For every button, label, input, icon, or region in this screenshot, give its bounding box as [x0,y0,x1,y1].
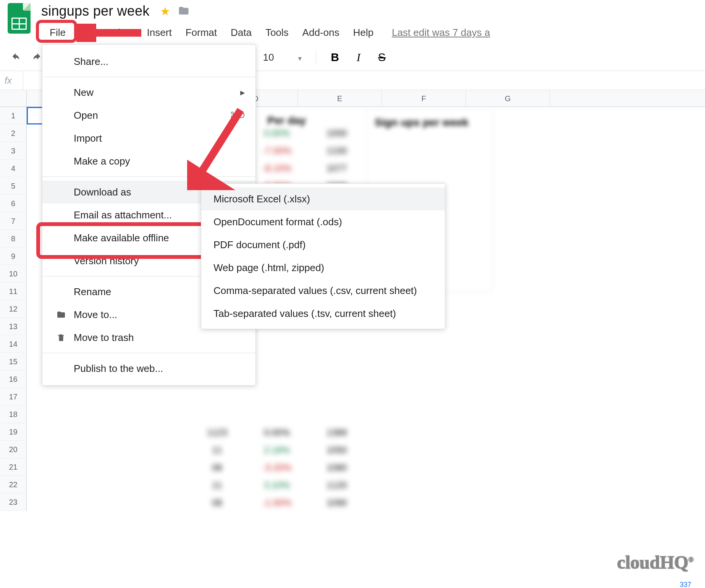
row-23[interactable]: 23 [0,493,27,511]
row-20[interactable]: 20 [0,441,27,458]
menu-data[interactable]: Data [224,23,259,44]
menu-open[interactable]: Open⌘O [42,104,255,127]
folder-icon[interactable] [178,5,189,18]
menu-move-to-trash[interactable]: Move to trash [42,326,255,349]
font-size-select[interactable]: 10▼ [258,52,307,63]
menu-file[interactable]: File [41,23,74,44]
row-14[interactable]: 14 [0,335,27,353]
col-F[interactable]: F [382,90,466,107]
strikethrough-button[interactable]: S [372,51,392,64]
row-9[interactable]: 9 [0,247,27,265]
menu-tools[interactable]: Tools [259,23,296,44]
submenu-ods[interactable]: OpenDocument format (.ods) [201,210,445,233]
row-headers: 1 2 3 4 5 6 7 8 9 10 11 12 13 14 15 16 1… [0,107,27,511]
menu-make-copy[interactable]: Make a copy [42,150,255,173]
watermark: cloudHQ® [617,552,694,573]
folder-icon [55,310,67,319]
menu-share[interactable]: Share... [42,50,255,73]
sheets-logo [8,3,31,34]
submenu-tsv[interactable]: Tab-separated values (.tsv, current shee… [201,302,445,325]
blurred-table-lower: 11230.00%1389 112.18%1050 08-3.20%1080 1… [187,424,367,512]
row-22[interactable]: 22 [0,476,27,493]
row-19[interactable]: 19 [0,423,27,441]
row-5[interactable]: 5 [0,177,27,195]
row-12[interactable]: 12 [0,300,27,318]
select-all-cell[interactable] [0,90,27,107]
row-16[interactable]: 16 [0,370,27,388]
fx-label: fx [5,75,23,86]
row-21[interactable]: 21 [0,458,27,476]
row-8[interactable]: 8 [0,230,27,247]
document-title[interactable]: singups per week [41,3,149,19]
submenu-csv[interactable]: Comma-separated values (.csv, current sh… [201,279,445,302]
undo-icon[interactable] [8,53,24,62]
menu-edit[interactable]: Edit [74,23,105,44]
bold-button[interactable]: B [325,51,345,64]
menu-publish[interactable]: Publish to the web... [42,357,255,380]
row-10[interactable]: 10 [0,265,27,283]
row-3[interactable]: 3 [0,142,27,160]
menu-insert[interactable]: Insert [140,23,179,44]
row-4[interactable]: 4 [0,160,27,177]
menu-new[interactable]: New▶ [42,81,255,104]
menu-import[interactable]: Import [42,127,255,150]
star-icon[interactable]: ★ [160,5,170,18]
last-edit-link[interactable]: Last edit was 7 days a [380,23,490,44]
italic-button[interactable]: I [351,51,367,64]
submenu-pdf[interactable]: PDF document (.pdf) [201,233,445,256]
row-18[interactable]: 18 [0,405,27,423]
row-6[interactable]: 6 [0,195,27,212]
small-number: 337 [680,581,691,588]
row-15[interactable]: 15 [0,353,27,370]
submenu-xlsx[interactable]: Microsoft Excel (.xlsx) [201,187,445,210]
submenu-html[interactable]: Web page (.html, zipped) [201,256,445,279]
trash-icon [55,333,67,342]
row-2[interactable]: 2 [0,124,27,142]
menu-addons[interactable]: Add-ons [296,23,346,44]
row-17[interactable]: 17 [0,388,27,405]
download-submenu: Microsoft Excel (.xlsx) OpenDocument for… [201,183,445,329]
row-13[interactable]: 13 [0,318,27,335]
menu-view[interactable]: View [105,23,140,44]
menubar: File Edit View Insert Format Data Tools … [41,23,490,44]
row-7[interactable]: 7 [0,212,27,230]
row-11[interactable]: 11 [0,283,27,300]
menu-format[interactable]: Format [179,23,224,44]
menu-help[interactable]: Help [346,23,380,44]
col-G[interactable]: G [466,90,550,107]
col-E[interactable]: E [298,90,382,107]
row-1[interactable]: 1 [0,107,27,124]
